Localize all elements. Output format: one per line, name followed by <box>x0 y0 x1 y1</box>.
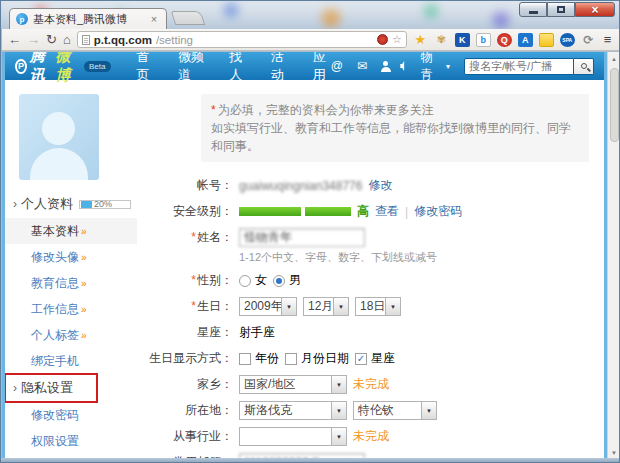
security-view-link[interactable]: 查看 <box>375 203 399 220</box>
sidebar-item-bind-phone[interactable]: 绑定手机 <box>5 348 137 374</box>
double-arrow-icon: » <box>81 330 87 341</box>
site-nav-items: 首页 微频道 找人 活动 应用 <box>136 52 330 84</box>
search-input[interactable] <box>464 58 574 75</box>
browser-tab[interactable]: p 基本资料_腾讯微博 × <box>9 8 167 29</box>
search-box <box>464 58 594 75</box>
industry-status: 未完成 <box>353 428 389 445</box>
messages-icon[interactable]: ✉ <box>357 59 367 73</box>
sidebar-item-change-avatar[interactable]: 修改头像» <box>5 244 137 270</box>
restore-icon <box>557 6 565 13</box>
sidebar-item-change-password[interactable]: 修改密码 <box>5 402 137 428</box>
home-button[interactable]: ⌂ <box>63 33 71 46</box>
forward-button[interactable]: → <box>27 33 40 46</box>
notice-line2: 如实填写行业、教育和工作等信息，能帮你找到微博里的同行、同学和同事。 <box>211 119 579 155</box>
hometown-select[interactable]: 国家/地区▼ <box>239 375 347 394</box>
scrollbar-thumb[interactable] <box>610 68 619 142</box>
tab-close-icon[interactable]: × <box>148 13 160 25</box>
chrome-menu-icon[interactable]: ≡ <box>604 32 612 47</box>
tab-title: 基本资料_腾讯微博 <box>33 12 143 27</box>
required-icon: * <box>191 230 196 244</box>
gender-male-option[interactable]: 男 <box>273 272 301 289</box>
industry-select[interactable]: ▼ <box>239 427 347 446</box>
b-extension-icon[interactable]: b <box>476 33 491 47</box>
sidebar-item-permissions[interactable]: 权限设置 <box>5 428 137 454</box>
close-button[interactable]: × <box>575 2 615 17</box>
browser-toolbar: ← → ↻ ⌂ p.t.qq.com /setting ☆ ★ ✾ K b Q … <box>2 29 620 51</box>
bookmark-star-icon[interactable]: ☆ <box>392 33 402 46</box>
shell-extension-icon[interactable]: ✾ <box>434 33 449 47</box>
weibo-logo-icon: P <box>15 59 27 74</box>
account-label: 帐号： <box>137 177 233 194</box>
display-sign-option[interactable]: ✓星座 <box>355 350 395 367</box>
birth-year-select[interactable]: 2009年▼ <box>239 297 297 316</box>
change-password-link[interactable]: 修改密码 <box>414 203 462 220</box>
spa-extension-icon[interactable]: SPA <box>560 33 575 47</box>
gender-female-option[interactable]: 女 <box>239 272 267 289</box>
location-city-select[interactable]: 特伦钦▼ <box>353 401 437 420</box>
reload-button[interactable]: ↻ <box>46 33 57 46</box>
tencent-weibo-logo[interactable]: P 腾讯 微博 Beta <box>15 52 110 85</box>
sidebar-section-privacy[interactable]: › 隐私设置 <box>5 374 97 402</box>
restore-button[interactable] <box>547 2 575 17</box>
checkbox-checked-icon[interactable]: ✓ <box>355 353 367 365</box>
sidebar-item-education[interactable]: 教育信息» <box>5 270 137 296</box>
progress-fill <box>81 201 92 208</box>
display-date-option[interactable]: 月份日期 <box>285 350 349 367</box>
checkbox-icon[interactable] <box>285 353 297 365</box>
search-button[interactable] <box>574 58 594 75</box>
nav-item-home[interactable]: 首页 <box>136 52 154 84</box>
name-hint: 1-12个中文、字母、数字、下划线或减号 <box>239 250 604 265</box>
radio-icon[interactable] <box>239 275 251 287</box>
nav-item-events[interactable]: 活动 <box>271 52 289 84</box>
birthday-row: *生日： 2009年▼ 12月▼ 18日▼ <box>137 297 604 316</box>
url-host: p.t.qq.com <box>94 34 152 46</box>
q-extension-icon[interactable]: Q <box>497 33 512 47</box>
adblock-icon[interactable] <box>377 34 388 45</box>
dropdown-arrow-icon: ▼ <box>331 428 346 445</box>
dropdown-arrow-icon: ▼ <box>281 298 296 315</box>
address-bar[interactable]: p.t.qq.com /setting ☆ <box>77 31 407 48</box>
avatar[interactable] <box>19 94 99 180</box>
new-tab-button[interactable] <box>171 11 206 25</box>
page-icon <box>82 35 90 45</box>
sidebar-item-work[interactable]: 工作信息» <box>5 296 137 322</box>
birth-month-select[interactable]: 12月▼ <box>303 297 349 316</box>
page-content: › 个人资料 20% 基本资料» 修改头像» 教育信息» 工作信息» 个人标签» <box>5 80 604 460</box>
location-country-select[interactable]: 斯洛伐克▼ <box>239 401 347 420</box>
user-menu[interactable]: 怪物青年 ▾ <box>421 52 450 100</box>
user-name: 怪物青年 <box>421 52 443 100</box>
name-input[interactable] <box>239 228 365 247</box>
dropdown-arrow-icon: ▼ <box>331 376 346 393</box>
yellow-extension-icon[interactable] <box>539 33 554 47</box>
nav-item-find-people[interactable]: 找人 <box>229 52 247 84</box>
display-year-option[interactable]: 年份 <box>239 350 279 367</box>
nav-item-channels[interactable]: 微频道 <box>178 52 205 84</box>
progress-percent: 20% <box>94 199 112 209</box>
minimize-button[interactable] <box>519 2 547 17</box>
scroll-up-icon[interactable]: ▲ <box>611 52 617 66</box>
back-button[interactable]: ← <box>8 33 21 46</box>
birth-day-select[interactable]: 18日▼ <box>355 297 401 316</box>
chevron-right-icon: › <box>13 381 17 395</box>
translate-extension-icon[interactable]: A <box>518 33 533 47</box>
mentions-icon[interactable]: @ <box>331 59 343 73</box>
page-scrollbar[interactable]: ▲ ▼ <box>607 52 620 460</box>
k-extension-icon[interactable]: K <box>455 33 470 47</box>
notice-line1: *为必填，完整的资料会为你带来更多关注 <box>211 101 579 119</box>
checkbox-icon[interactable] <box>239 353 251 365</box>
account-edit-link[interactable]: 修改 <box>368 177 392 194</box>
sync-icon[interactable]: ⟳ <box>581 33 596 47</box>
sidebar-item-basic-info[interactable]: 基本资料» <box>5 218 137 244</box>
favorites-extension-icon[interactable]: ★ <box>413 33 428 47</box>
gender-row: *性别： 女 男 <box>137 271 604 290</box>
tab-favicon-icon: p <box>16 13 28 25</box>
broadcast-icon[interactable] <box>400 61 406 71</box>
sidebar-item-tags[interactable]: 个人标签» <box>5 322 137 348</box>
required-icon: * <box>191 273 196 287</box>
location-label: 所在地： <box>137 402 233 419</box>
profile-icon[interactable] <box>381 61 386 72</box>
radio-checked-icon[interactable] <box>273 275 285 287</box>
site-nav-right: @ ✉ 怪物青年 ▾ <box>331 52 594 100</box>
nav-item-apps[interactable]: 应用 <box>313 52 331 84</box>
bar-segment <box>239 207 301 216</box>
